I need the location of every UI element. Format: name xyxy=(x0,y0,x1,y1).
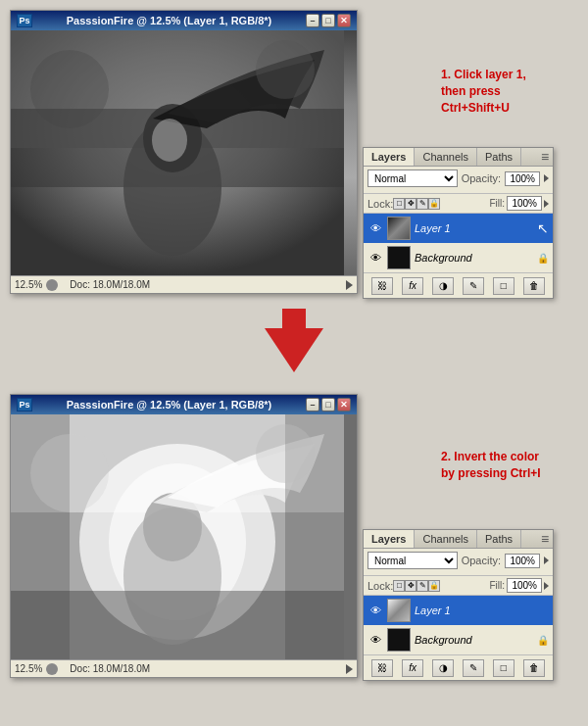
top-new-layer-btn[interactable]: □ xyxy=(493,277,514,295)
svg-point-7 xyxy=(30,50,109,128)
top-fill-expand-icon[interactable] xyxy=(544,200,549,208)
top-layers-tab[interactable]: Layers xyxy=(364,148,415,166)
top-ps-window[interactable]: Ps PasssionFire @ 12.5% (Layer 1, RGB/8*… xyxy=(10,10,358,294)
bottom-fill-row: Fill: 100% xyxy=(489,578,549,593)
bottom-layer1-name: Layer 1 xyxy=(415,605,549,616)
bottom-lock-move-icon[interactable]: ✥ xyxy=(405,580,416,592)
bottom-opacity-value[interactable]: 100% xyxy=(505,554,540,568)
bottom-maximize-btn[interactable]: □ xyxy=(321,398,335,411)
bottom-opacity-label: Opacity: xyxy=(462,555,501,566)
top-fill-value[interactable]: 100% xyxy=(507,196,542,211)
top-window-title: PasssionFire @ 12.5% (Layer 1, RGB/8*) xyxy=(32,15,306,26)
bottom-layer1-row[interactable]: 👁 Layer 1 xyxy=(364,596,553,625)
bottom-lock-all-icon[interactable]: 🔒 xyxy=(428,580,440,592)
top-panel-tabs[interactable]: Layers Channels Paths xyxy=(364,148,553,167)
svg-point-6 xyxy=(256,40,315,99)
top-opacity-expand-icon[interactable] xyxy=(544,174,549,182)
bottom-bg-name: Background xyxy=(415,634,533,646)
big-arrow-icon xyxy=(265,328,323,372)
bottom-new-fill-btn[interactable]: ◑ xyxy=(432,659,454,677)
bottom-delete-btn[interactable]: 🗑 xyxy=(523,659,545,677)
top-lock-check-icon[interactable]: □ xyxy=(393,198,405,210)
bottom-canvas-svg xyxy=(11,414,344,659)
bottom-statusbar: 12.5% Doc: 18.0M/18.0M xyxy=(11,659,357,677)
top-bg-lock-icon: 🔒 xyxy=(537,251,549,265)
bottom-blend-row: Normal Opacity: 100% xyxy=(368,552,549,569)
svg-point-5 xyxy=(152,119,187,162)
top-lock-fill-row: Lock: □ ✥ ✎ 🔒 Fill: 100% xyxy=(364,194,553,214)
top-fx-btn[interactable]: fx xyxy=(402,277,423,295)
top-lock-move-icon[interactable]: ✥ xyxy=(405,198,416,210)
top-blend-mode-select[interactable]: Normal xyxy=(368,169,458,187)
bottom-bg-thumb xyxy=(387,628,411,652)
bottom-layers-tab[interactable]: Layers xyxy=(364,530,415,548)
bottom-close-btn[interactable]: ✕ xyxy=(337,398,351,411)
bottom-blend-mode-select[interactable]: Normal xyxy=(368,552,458,569)
top-layer1-row[interactable]: 👁 Layer 1 ↖ xyxy=(364,214,553,243)
top-panel-menu-btn[interactable] xyxy=(537,149,553,165)
top-canvas xyxy=(11,30,357,275)
bottom-doc-size: Doc: 18.0M/18.0M xyxy=(70,663,150,674)
top-paths-tab[interactable]: Paths xyxy=(477,148,521,166)
top-layers-panel: Layers Channels Paths Normal Opacity: 10… xyxy=(363,147,554,299)
top-layers-controls: Normal Opacity: 100% xyxy=(364,167,553,194)
bottom-lock-label: Lock: xyxy=(368,580,393,592)
bottom-fill-expand-icon[interactable] xyxy=(544,582,549,590)
bottom-layer1-eye-icon[interactable]: 👁 xyxy=(368,603,383,618)
top-layer1-cursor-icon: ↖ xyxy=(537,220,549,236)
bottom-statusbar-expand[interactable] xyxy=(346,664,353,674)
top-layer1-thumb xyxy=(387,217,411,240)
top-bg-thumb xyxy=(387,246,411,269)
bottom-new-layer-btn[interactable]: □ xyxy=(493,659,514,677)
top-opacity-value[interactable]: 100% xyxy=(505,171,540,186)
top-minimize-btn[interactable]: – xyxy=(306,14,319,27)
bottom-fill-value[interactable]: 100% xyxy=(507,578,542,593)
bottom-canvas xyxy=(11,414,357,659)
top-lock-all-icon[interactable]: 🔒 xyxy=(428,198,440,210)
top-lock-paint-icon[interactable]: ✎ xyxy=(416,198,428,210)
top-layer1-name: Layer 1 xyxy=(415,222,531,234)
bottom-layers-footer[interactable]: ⛓ fx ◑ ✎ □ 🗑 xyxy=(364,654,553,680)
bottom-statusbar-icon xyxy=(46,663,58,675)
top-channels-tab[interactable]: Channels xyxy=(415,148,476,166)
top-layer1-eye-icon[interactable]: 👁 xyxy=(368,220,383,236)
svg-point-18 xyxy=(30,434,109,512)
bottom-paths-tab[interactable]: Paths xyxy=(477,530,521,548)
top-new-fill-btn[interactable]: ◑ xyxy=(432,277,454,295)
bottom-fill-label: Fill: xyxy=(489,580,505,591)
bottom-new-group-btn[interactable]: ✎ xyxy=(463,659,484,677)
top-layers-footer[interactable]: ⛓ fx ◑ ✎ □ 🗑 xyxy=(364,272,553,298)
bottom-ps-window[interactable]: Ps PasssionFire @ 12.5% (Layer 1, RGB/8*… xyxy=(10,394,358,678)
top-bg-name: Background xyxy=(415,252,533,264)
bottom-fx-btn[interactable]: fx xyxy=(402,659,423,677)
bottom-opacity-expand-icon[interactable] xyxy=(544,557,549,564)
top-statusbar: 12.5% Doc: 18.0M/18.0M xyxy=(11,275,357,293)
bottom-lock-fill-row: Lock: □ ✥ ✎ 🔒 Fill: 100% xyxy=(364,576,553,596)
top-canvas-svg xyxy=(11,30,344,275)
top-lock-label: Lock: xyxy=(368,198,393,210)
bottom-lock-paint-icon[interactable]: ✎ xyxy=(416,580,428,592)
bottom-minimize-btn[interactable]: – xyxy=(306,398,319,411)
bottom-layers-controls: Normal Opacity: 100% xyxy=(364,549,553,576)
top-maximize-btn[interactable]: □ xyxy=(321,14,335,27)
bottom-panel-menu-btn[interactable] xyxy=(537,531,553,547)
bottom-lock-check-icon[interactable]: □ xyxy=(393,580,405,592)
top-bg-eye-icon[interactable]: 👁 xyxy=(368,250,383,266)
bottom-background-row[interactable]: 👁 Background 🔒 xyxy=(364,625,553,654)
top-new-group-btn[interactable]: ✎ xyxy=(463,277,484,295)
top-zoom-level: 12.5% xyxy=(15,279,42,290)
top-background-row[interactable]: 👁 Background 🔒 xyxy=(364,243,553,272)
top-titlebar-buttons[interactable]: – □ ✕ xyxy=(306,14,351,27)
top-link-btn[interactable]: ⛓ xyxy=(371,277,393,295)
top-delete-btn[interactable]: 🗑 xyxy=(523,277,545,295)
top-canvas-image xyxy=(11,30,357,275)
top-statusbar-expand[interactable] xyxy=(346,280,353,290)
top-close-btn[interactable]: ✕ xyxy=(337,14,351,27)
top-annotation: 1. Click layer 1, then press Ctrl+Shift+… xyxy=(441,67,578,116)
bottom-titlebar: Ps PasssionFire @ 12.5% (Layer 1, RGB/8*… xyxy=(11,395,357,414)
bottom-bg-eye-icon[interactable]: 👁 xyxy=(368,632,383,648)
bottom-channels-tab[interactable]: Channels xyxy=(415,530,476,548)
bottom-link-btn[interactable]: ⛓ xyxy=(371,659,393,677)
bottom-titlebar-buttons[interactable]: – □ ✕ xyxy=(306,398,351,411)
bottom-panel-tabs[interactable]: Layers Channels Paths xyxy=(364,530,553,549)
